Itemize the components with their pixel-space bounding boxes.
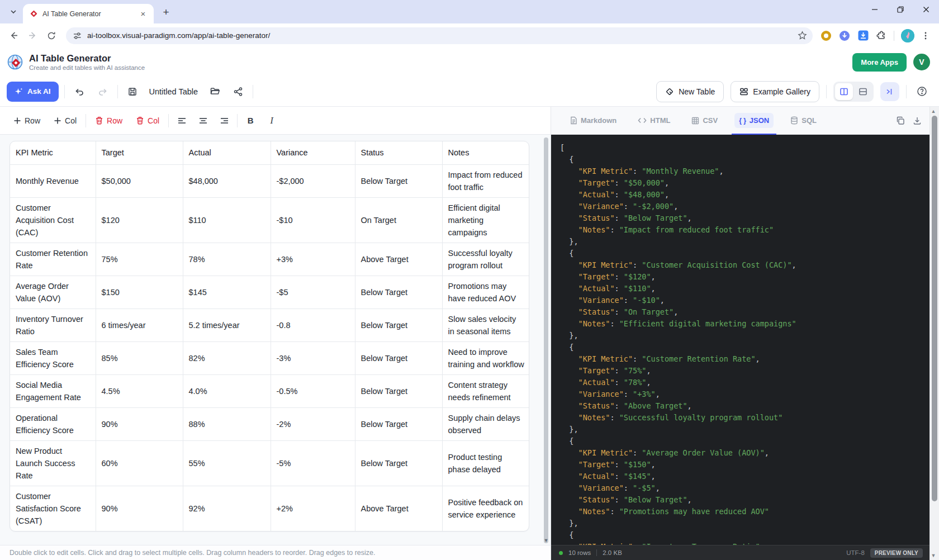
table-cell[interactable]: Successful loyalty program rollout xyxy=(442,243,529,276)
reload-button[interactable] xyxy=(42,27,60,45)
table-cell[interactable]: Need to improve training and workflow xyxy=(442,341,529,374)
add-row-button[interactable]: Row xyxy=(9,113,45,129)
table-cell[interactable]: 88% xyxy=(183,407,271,440)
table-cell[interactable]: Slow sales velocity in seasonal items xyxy=(442,309,529,341)
table-cell[interactable]: 4.0% xyxy=(183,374,271,407)
table-cell[interactable]: 85% xyxy=(96,341,183,374)
table-scrollbar[interactable]: ▼ xyxy=(543,135,549,545)
table-cell[interactable]: 75% xyxy=(96,243,183,276)
scroll-down-icon[interactable]: ▼ xyxy=(543,538,549,543)
table-cell[interactable]: 82% xyxy=(183,341,271,374)
example-gallery-button[interactable]: Example Gallery xyxy=(731,81,819,102)
url-text[interactable]: ai-toolbox.visual-paradigm.com/app/ai-ta… xyxy=(87,31,792,40)
table-cell[interactable]: Customer Retention Rate xyxy=(10,243,96,276)
table-cell[interactable]: Promotions may have reduced AOV xyxy=(442,276,529,309)
split-vertical-button[interactable] xyxy=(835,83,853,100)
bookmark-star-icon[interactable] xyxy=(798,31,807,40)
tab-search-button[interactable] xyxy=(6,4,21,20)
table-cell[interactable]: Customer Acquisition Cost (CAC) xyxy=(10,197,96,243)
share-icon[interactable] xyxy=(229,83,247,101)
tab-sql[interactable]: SQL xyxy=(781,107,826,134)
table-cell[interactable]: 92% xyxy=(183,486,271,531)
document-title[interactable]: Untitled Table xyxy=(149,87,198,96)
align-center-button[interactable] xyxy=(195,112,211,129)
table-cell[interactable]: Below Target xyxy=(355,341,442,374)
more-apps-button[interactable]: More Apps xyxy=(852,53,907,72)
table-cell[interactable]: On Target xyxy=(355,197,442,243)
help-button[interactable] xyxy=(913,83,930,100)
table-cell[interactable]: Operational Efficiency Score xyxy=(10,407,96,440)
undo-button[interactable] xyxy=(70,83,88,101)
table-cell[interactable]: 6 times/year xyxy=(96,309,183,341)
table-cell[interactable]: Impact from reduced foot traffic xyxy=(442,164,529,197)
site-settings-icon[interactable] xyxy=(73,31,82,40)
open-folder-icon[interactable] xyxy=(206,83,224,101)
table-cell[interactable]: -0.5% xyxy=(271,374,355,407)
table-cell[interactable]: $150 xyxy=(96,276,183,309)
table-cell[interactable]: $120 xyxy=(96,197,183,243)
table-cell[interactable]: -$2,000 xyxy=(271,164,355,197)
table-cell[interactable]: $48,000 xyxy=(183,164,271,197)
table-cell[interactable]: Below Target xyxy=(355,276,442,309)
table-cell[interactable]: Monthly Revenue xyxy=(10,164,96,197)
copy-icon[interactable] xyxy=(896,116,905,125)
table-cell[interactable]: 90% xyxy=(96,407,183,440)
window-scrollbar[interactable]: ▲ ▼ xyxy=(929,107,939,560)
table-cell[interactable]: -$5 xyxy=(271,276,355,309)
save-icon[interactable] xyxy=(124,83,141,101)
table-cell[interactable]: New Product Launch Success Rate xyxy=(10,440,96,486)
table-cell[interactable]: Sales Team Efficiency Score xyxy=(10,341,96,374)
table-cell[interactable]: Product testing phase delayed xyxy=(442,440,529,486)
table-cell[interactable]: Supply chain delays observed xyxy=(442,407,529,440)
table-cell[interactable]: -5% xyxy=(271,440,355,486)
tab-markdown[interactable]: Markdown xyxy=(560,107,626,134)
table-cell[interactable]: Below Target xyxy=(355,374,442,407)
restore-button[interactable] xyxy=(888,0,913,19)
table-cell[interactable]: 55% xyxy=(183,440,271,486)
column-header[interactable]: Variance xyxy=(271,141,355,164)
table-cell[interactable]: Average Order Value (AOV) xyxy=(10,276,96,309)
table-cell[interactable]: Social Media Engagement Rate xyxy=(10,374,96,407)
table-cell[interactable]: 90% xyxy=(96,486,183,531)
table-cell[interactable]: Customer Satisfaction Score (CSAT) xyxy=(10,486,96,531)
table-cell[interactable]: Above Target xyxy=(355,486,442,531)
scrollbar-thumb[interactable] xyxy=(932,116,937,501)
split-horizontal-button[interactable] xyxy=(854,83,872,100)
extensions-puzzle-icon[interactable] xyxy=(876,30,887,41)
browser-menu-icon[interactable] xyxy=(921,31,930,40)
table-cell[interactable]: $145 xyxy=(183,276,271,309)
table-cell[interactable]: 78% xyxy=(183,243,271,276)
address-bar[interactable]: ai-toolbox.visual-paradigm.com/app/ai-ta… xyxy=(66,27,813,44)
table-cell[interactable]: Efficient digital marketing campaigns xyxy=(442,197,529,243)
extension-ring-icon[interactable] xyxy=(821,30,832,41)
new-table-button[interactable]: New Table xyxy=(656,81,724,102)
close-window-button[interactable] xyxy=(913,0,939,19)
table-cell[interactable]: -2% xyxy=(271,407,355,440)
table-cell[interactable]: Positive feedback on service experience xyxy=(442,486,529,531)
browser-tab[interactable]: AI Table Generator × xyxy=(23,4,154,23)
column-header[interactable]: Notes xyxy=(442,141,529,164)
table-cell[interactable]: Below Target xyxy=(355,407,442,440)
scroll-down-icon[interactable]: ▼ xyxy=(931,553,936,558)
table-cell[interactable]: -3% xyxy=(271,341,355,374)
table-cell[interactable]: +2% xyxy=(271,486,355,531)
tab-html[interactable]: HTML xyxy=(628,107,680,134)
minimize-button[interactable] xyxy=(862,0,888,19)
table-cell[interactable]: -$10 xyxy=(271,197,355,243)
table-cell[interactable]: Above Target xyxy=(355,243,442,276)
forward-button[interactable] xyxy=(23,27,41,45)
back-button[interactable] xyxy=(4,27,22,45)
table-cell[interactable]: 60% xyxy=(96,440,183,486)
add-col-button[interactable]: Col xyxy=(49,113,81,129)
table-cell[interactable]: Below Target xyxy=(355,309,442,341)
align-left-button[interactable] xyxy=(173,112,190,129)
table-cell[interactable]: -0.8 xyxy=(271,309,355,341)
download-icon[interactable] xyxy=(913,116,922,125)
tab-json[interactable]: { } JSON xyxy=(729,107,779,134)
table-cell[interactable]: Content strategy needs refinement xyxy=(442,374,529,407)
column-header[interactable]: Status xyxy=(355,141,442,164)
redo-button[interactable] xyxy=(94,83,112,101)
tab-close-icon[interactable]: × xyxy=(138,9,148,19)
table-cell[interactable]: $110 xyxy=(183,197,271,243)
user-avatar[interactable]: V xyxy=(913,54,930,70)
